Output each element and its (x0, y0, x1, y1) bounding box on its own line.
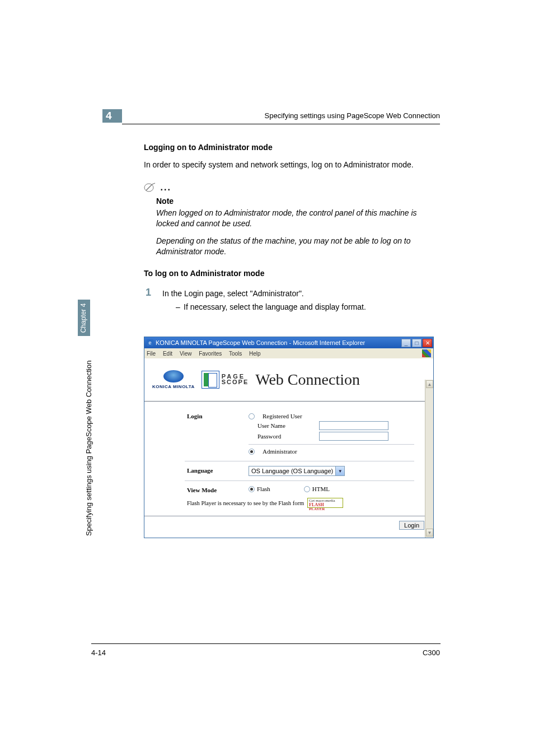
menubar: File Edit View Favorites Tools Help (144, 348, 433, 358)
flash-badge-line3: PLAYER (309, 507, 341, 511)
sidebar-tab: Chapter 4 (78, 300, 90, 336)
viewmode-flash-label: Flash (257, 486, 270, 492)
user-name-label: User Name (257, 422, 313, 429)
scroll-up-icon[interactable]: ▲ (426, 380, 433, 388)
sidebar-label: Specifying settings using PageScope Web … (85, 361, 93, 536)
chevron-down-icon[interactable]: ▼ (336, 466, 345, 476)
login-label: Login (187, 412, 249, 419)
model-number: C300 (423, 648, 440, 657)
flash-note-text: Flash Player is necessary to see by the … (187, 500, 304, 506)
login-divider (249, 444, 414, 445)
web-connection-text: Web Connection (255, 371, 360, 389)
note-icon: ... (144, 183, 441, 195)
radio-flash[interactable] (249, 486, 255, 492)
language-select[interactable]: OS Language (OS Language) ▼ (249, 466, 345, 476)
svg-line-1 (146, 184, 152, 190)
menu-edit[interactable]: Edit (163, 351, 172, 357)
section-logging-on-title: Logging on to Administrator mode (144, 143, 441, 152)
ie-logo-icon (422, 349, 431, 357)
password-label: Password (257, 433, 313, 440)
step-1-sub: –If necessary, select the language and d… (176, 302, 459, 311)
note-body-2: Depending on the status of the machine, … (156, 236, 441, 257)
step-1-text: In the Login page, select "Administrator… (162, 288, 459, 299)
radio-administrator[interactable] (249, 449, 255, 455)
radio-registered-user[interactable] (249, 413, 255, 419)
menu-help[interactable]: Help (249, 351, 261, 357)
svg-line-2 (152, 183, 155, 184)
note-body-1: When logged on to Administrator mode, th… (156, 208, 441, 229)
password-input[interactable] (319, 432, 388, 441)
row-divider-2 (185, 480, 414, 481)
scrollbar[interactable]: ▲ ▼ (425, 380, 433, 538)
administrator-label: Administrator (263, 448, 297, 455)
km-brand-text: KONICA MINOLTA (152, 384, 195, 389)
menu-tools[interactable]: Tools (229, 351, 242, 357)
section-logging-on-body: In order to specify system and network s… (144, 160, 441, 170)
user-name-input[interactable] (319, 421, 388, 430)
flash-player-badge[interactable]: Get macromedia FLASH PLAYER (307, 498, 343, 508)
header-rule (122, 124, 440, 124)
chapter-number: 4 (106, 110, 112, 122)
browser-window-screenshot: e KONICA MINOLTA PageScope Web Connectio… (144, 337, 434, 538)
running-header: Specifying settings using PageScope Web … (265, 111, 440, 120)
konica-minolta-logo: KONICA MINOLTA (152, 370, 195, 389)
chapter-marker: 4 (102, 109, 122, 123)
maximize-button[interactable]: □ (412, 339, 421, 347)
footer-rule (91, 643, 441, 644)
registered-user-label: Registered User (263, 413, 302, 419)
scroll-down-icon[interactable]: ▼ (426, 529, 433, 536)
e-icon: e (147, 339, 153, 346)
minimize-button[interactable]: _ (401, 339, 411, 347)
titlebar: e KONICA MINOLTA PageScope Web Connectio… (144, 337, 433, 348)
menu-file[interactable]: File (147, 351, 156, 357)
language-select-value: OS Language (OS Language) (249, 466, 336, 476)
language-label: Language (187, 466, 249, 474)
menu-favorites[interactable]: Favorites (199, 351, 222, 357)
page-number: 4-14 (91, 648, 106, 657)
window-title: KONICA MINOLTA PageScope Web Connection … (156, 339, 400, 346)
section-to-log-on-title: To log on to Administrator mode (144, 269, 441, 278)
brand-row: KONICA MINOLTA PAGE SCOPE Web Connection (144, 358, 433, 401)
pagescope-text-2: SCOPE (222, 380, 249, 385)
login-button[interactable]: Login (399, 521, 424, 530)
km-oval-icon (163, 370, 184, 382)
note-label: Note (156, 197, 441, 206)
pagescope-logo: PAGE SCOPE (202, 371, 249, 389)
menu-view[interactable]: View (180, 351, 192, 357)
close-button[interactable]: ✕ (423, 339, 432, 347)
step-number-1: 1 (146, 287, 151, 298)
pagescope-icon (202, 371, 219, 389)
sidebar-tab-label: Chapter 4 (79, 304, 87, 333)
radio-html[interactable] (304, 486, 310, 492)
viewmode-label: View Mode (187, 486, 249, 493)
step-1-sub-text: If necessary, select the language and di… (184, 302, 366, 311)
viewmode-html-label: HTML (312, 486, 330, 492)
row-divider-1 (185, 461, 414, 461)
